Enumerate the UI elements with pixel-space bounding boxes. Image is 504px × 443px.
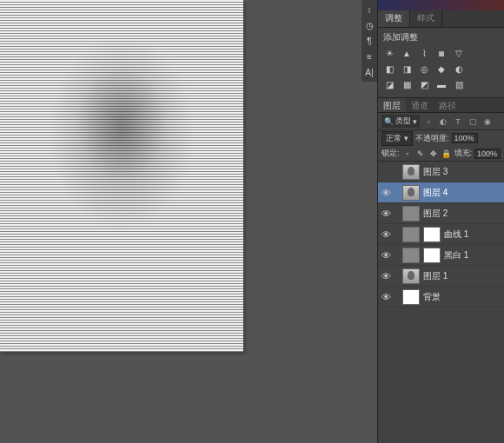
layers-list: 👁图层 3👁图层 4👁图层 2👁曲线 1👁黑白 1👁图层 1👁背景 — [378, 162, 504, 443]
adjustments-panel: 添加调整 ☀ ▲ ⌇ ◙ ▽ ◧ ◨ ◎ ◆ ◐ ◪ ▦ ◩ ▬ ▧ — [378, 28, 504, 97]
lock-row: 锁定: ▫ ✎ ✥ 🔒 填充: 100% — [378, 146, 504, 162]
blend-mode-value: 正常 — [386, 133, 401, 144]
visibility-toggle-icon[interactable]: 👁 — [380, 270, 392, 282]
photo-filter-icon[interactable]: ◎ — [418, 63, 430, 75]
swap-icon[interactable]: ↕ — [363, 3, 375, 16]
color-preview-strip — [378, 0, 504, 10]
filter-label: 类型 — [395, 116, 411, 127]
layer-name-label: 曲线 1 — [444, 228, 468, 241]
lock-label: 锁定: — [381, 148, 400, 159]
filter-pixel-icon[interactable]: ▫ — [422, 116, 434, 128]
curves-icon[interactable]: ⌇ — [418, 47, 430, 59]
layers-panel-tabs: 图层 通道 路径 — [378, 97, 504, 113]
layer-row[interactable]: 👁曲线 1 — [378, 224, 504, 245]
layer-row[interactable]: 👁黑白 1 — [378, 245, 504, 266]
add-adjustment-label: 添加调整 — [383, 31, 499, 43]
mask-thumb — [423, 248, 441, 263]
visibility-toggle-icon[interactable]: 👁 — [380, 208, 392, 220]
colorize-icon[interactable]: ◐ — [453, 63, 465, 75]
layer-thumb — [402, 164, 420, 180]
visibility-toggle-icon[interactable]: 👁 — [380, 187, 392, 199]
align-icon[interactable]: ≡ — [363, 50, 375, 63]
visibility-toggle-icon[interactable]: 👁 — [380, 228, 392, 241]
brightness-icon[interactable]: ☀ — [383, 47, 395, 59]
layer-name-label: 黑白 1 — [444, 249, 468, 261]
layer-thumb — [402, 289, 420, 305]
layer-name-label: 图层 3 — [423, 166, 448, 178]
paths-tab[interactable]: 路径 — [434, 98, 461, 112]
document-canvas[interactable] — [0, 0, 243, 352]
threshold-icon[interactable]: ◩ — [418, 78, 430, 90]
adjust-tab[interactable]: 调整 — [378, 10, 410, 27]
layer-name-label: 图层 1 — [423, 270, 448, 282]
adjust-panel-tabs: 调整 样式 — [378, 10, 504, 28]
layers-tab[interactable]: 图层 — [378, 98, 406, 112]
styles-tab[interactable]: 样式 — [410, 10, 442, 27]
lock-all-icon[interactable]: 🔒 — [441, 149, 452, 159]
layer-row[interactable]: 👁图层 3 — [378, 162, 504, 182]
layer-row[interactable]: 👁背景 — [378, 287, 504, 307]
invert-icon[interactable]: ◪ — [383, 78, 395, 90]
paragraph-icon[interactable]: ¶ — [363, 35, 375, 47]
right-panels: 调整 样式 添加调整 ☀ ▲ ⌇ ◙ ▽ ◧ ◨ ◎ ◆ ◐ ◪ ▦ ◩ ▬ ▧… — [377, 0, 504, 443]
filter-shape-icon[interactable]: ▢ — [467, 116, 479, 128]
exposure-icon[interactable]: ◙ — [435, 47, 448, 59]
layer-name-label: 图层 2 — [423, 208, 448, 220]
blend-mode-dropdown[interactable]: 正常 ▾ — [381, 131, 413, 146]
search-icon: 🔍 — [384, 117, 394, 126]
layer-thumb — [402, 185, 420, 201]
lock-brush-icon[interactable]: ✎ — [415, 149, 426, 159]
hue-icon[interactable]: ◧ — [383, 63, 395, 75]
fill-input[interactable]: 100% — [474, 149, 501, 159]
lock-move-icon[interactable]: ✥ — [428, 149, 439, 159]
channel-mixer-icon[interactable]: ◆ — [435, 63, 448, 75]
character-icon[interactable]: A| — [363, 66, 375, 78]
channels-tab[interactable]: 通道 — [406, 98, 434, 112]
lock-transparent-icon[interactable]: ▫ — [402, 149, 413, 159]
bw-icon[interactable]: ◨ — [401, 63, 413, 75]
vibrance-icon[interactable]: ▽ — [453, 47, 465, 59]
chevron-down-icon: ▾ — [413, 117, 417, 126]
layer-filter-row: 🔍 类型 ▾ ▫ ◐ T ▢ ◉ — [378, 113, 504, 130]
filter-text-icon[interactable]: T — [452, 116, 464, 128]
filter-adjust-icon[interactable]: ◐ — [437, 116, 449, 128]
posterize-icon[interactable]: ▦ — [401, 78, 413, 90]
opacity-input[interactable]: 100% — [452, 133, 478, 143]
fill-label: 填充: — [454, 148, 473, 159]
filter-type-dropdown[interactable]: 🔍 类型 ▾ — [381, 115, 420, 128]
opacity-label: 不透明度: — [415, 133, 449, 144]
adjustment-thumb — [402, 248, 420, 263]
blend-mode-row: 正常 ▾ 不透明度: 100% — [378, 130, 504, 146]
layer-name-label: 背景 — [423, 291, 441, 303]
filter-smart-icon[interactable]: ◉ — [481, 116, 494, 128]
layer-row[interactable]: 👁图层 4 — [378, 182, 504, 203]
layer-row[interactable]: 👁图层 1 — [378, 266, 504, 287]
gradient-map-icon[interactable]: ▬ — [435, 78, 448, 90]
layer-thumb — [402, 206, 420, 222]
layer-name-label: 图层 4 — [423, 187, 448, 199]
mask-thumb — [423, 227, 441, 242]
visibility-toggle-icon[interactable]: 👁 — [380, 249, 392, 261]
layer-thumb — [402, 268, 420, 284]
portrait-image — [0, 0, 243, 352]
levels-icon[interactable]: ▲ — [401, 47, 413, 59]
chevron-down-icon: ▾ — [404, 134, 408, 142]
layer-row[interactable]: 👁图层 2 — [378, 203, 504, 224]
selective-color-icon[interactable]: ▧ — [453, 78, 465, 90]
vertical-toolbar: ↕ ◷ ¶ ≡ A| — [361, 0, 377, 82]
visibility-toggle-icon[interactable]: 👁 — [380, 166, 392, 178]
adjustment-thumb — [402, 227, 420, 242]
visibility-toggle-icon[interactable]: 👁 — [380, 291, 392, 303]
history-icon[interactable]: ◷ — [363, 19, 375, 31]
